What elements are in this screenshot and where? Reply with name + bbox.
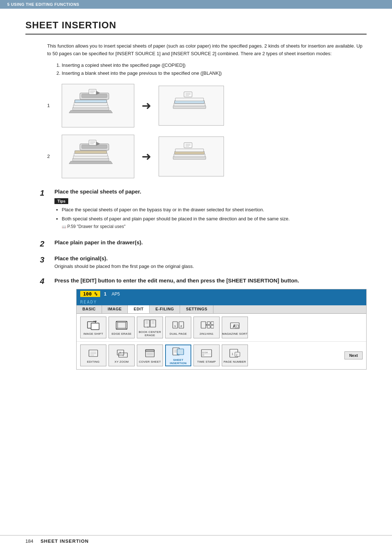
book-center-label: BOOK CENTER ERASE (137, 330, 163, 337)
diagram-1-left-svg (69, 87, 127, 124)
step-2-title: Place plain paper in the drawer(s). (54, 239, 367, 245)
svg-rect-61 (207, 322, 210, 325)
svg-rect-3 (75, 100, 107, 103)
diagram-row-1: 1 (47, 84, 367, 127)
step-2: 2 Place plain paper in the drawer(s). (40, 239, 367, 249)
time-stamp-icon: 12:34 00 (199, 348, 214, 359)
section-header-text: 5 USING THE EDITING FUNCTIONS (7, 2, 79, 7)
step-4-num: 4 (40, 277, 54, 286)
tab-basic[interactable]: BASIC (77, 305, 102, 313)
svg-rect-63 (207, 325, 210, 328)
tab-edit[interactable]: EDIT (128, 305, 150, 313)
diagram-row-2: 2 ➜ (47, 135, 367, 178)
svg-text:1: 1 (174, 325, 176, 328)
magazine-sort-label: MAGAZINE SORT (222, 332, 248, 336)
footer-page-number: 184 (25, 538, 33, 544)
sheet-insertion-button[interactable]: 2 SHEET INSERTION (165, 345, 191, 366)
tips-ref-text: P.59 "Drawer for special uses" (67, 224, 125, 229)
tips-box: Tips Place the special sheets of paper o… (54, 198, 367, 229)
step-3: 3 Place the original(s). Originals shoul… (40, 255, 367, 270)
image-shift-icon (86, 320, 101, 331)
svg-text:Y: Y (122, 354, 124, 357)
dual-page-label: DUAL PAGE (170, 332, 187, 336)
svg-text:1: 1 (232, 352, 233, 356)
diagram-1-right (159, 86, 224, 126)
step-3-desc: Originals should be placed from the firs… (54, 263, 367, 270)
step-1-num: 1 (40, 188, 54, 198)
step-1-title: Place the special sheets of paper. (54, 188, 367, 195)
magazine-sort-icon: A A (228, 320, 242, 331)
step-2-num: 2 (40, 239, 54, 249)
step-1: 1 Place the special sheets of paper. Tip… (40, 188, 367, 233)
ui-tabs[interactable]: BASIC IMAGE EDIT E-FILING SETTINGS (77, 305, 366, 314)
diagram-1-arrow: ➜ (142, 99, 151, 113)
step-2-content: Place plain paper in the drawer(s). (54, 239, 367, 245)
sheet-insertion-icon: 2 (171, 346, 185, 357)
next-button-container: Next (344, 351, 363, 359)
svg-marker-39 (95, 321, 97, 322)
sheet-insertion-label: SHEET INSERTION (166, 358, 191, 365)
svg-rect-64 (211, 325, 214, 328)
2in1-button[interactable]: 2IN1/4IN1 (193, 317, 220, 338)
svg-text:12:34: 12:34 (202, 351, 208, 354)
book-center-button[interactable]: 2 BOOK CENTER ERASE (137, 317, 163, 338)
edge-erase-label: EDGE ERASE (111, 332, 131, 336)
tab-settings[interactable]: SETTINGS (180, 305, 213, 313)
xy-zoom-button[interactable]: X Y XY ZOOM (109, 345, 135, 366)
main-content: SHEET INSERTION This function allows you… (0, 9, 392, 398)
step-3-title: Place the original(s). (54, 255, 367, 261)
image-shift-label: IMAGE SHIFT (83, 332, 103, 336)
2in1-label: 2IN1/4IN1 (200, 332, 214, 336)
tips-label: Tips (54, 198, 68, 204)
tab-efiling[interactable]: E-FILING (150, 305, 180, 313)
ui-status-num: 1 (104, 291, 106, 297)
svg-rect-62 (211, 322, 214, 325)
image-shift-button[interactable]: IMAGE SHIFT (80, 317, 106, 338)
cover-sheet-button[interactable]: COVER SHEET (137, 345, 163, 366)
diagram-2-arrow: ➜ (142, 150, 151, 163)
dual-page-button[interactable]: 1 2 DUAL PAGE (165, 317, 191, 338)
ui-ready-bar: READY (77, 298, 366, 305)
cover-sheet-label: COVER SHEET (139, 360, 161, 364)
svg-rect-79 (146, 350, 154, 351)
tips-ref: 📖 P.59 "Drawer for special uses" (62, 224, 367, 229)
tips-list: Place the special sheets of paper on the… (62, 206, 367, 223)
tips-item-2: Both special sheets of paper and plain p… (62, 215, 367, 223)
diagram-2-right (159, 137, 224, 176)
ui-status-pct: 100 % (80, 291, 100, 297)
svg-rect-37 (91, 323, 99, 330)
intro-list: Inserting a copied sheet into the specif… (62, 61, 367, 77)
svg-rect-60 (201, 322, 206, 328)
diagram-2-left (62, 135, 134, 178)
next-button[interactable]: Next (344, 351, 363, 359)
cover-sheet-icon (143, 348, 157, 359)
step-3-num: 3 (40, 255, 54, 265)
step-1-content: Place the special sheets of paper. Tips … (54, 188, 367, 233)
svg-text:2: 2 (236, 354, 237, 356)
tab-image[interactable]: IMAGE (102, 305, 128, 313)
book-center-icon: 2 (143, 318, 157, 329)
edge-erase-button[interactable]: EDGE ERASE (109, 317, 135, 338)
intro-list-item-2: Inserting a blank sheet into the page pr… (62, 69, 367, 77)
book-icon: 📖 (62, 225, 66, 229)
time-stamp-button[interactable]: 12:34 00 TIME STAMP (193, 345, 220, 366)
magazine-sort-button[interactable]: A A MAGAZINE SORT (222, 317, 248, 338)
step-4-content: Press the [EDIT] button to enter the edi… (54, 277, 367, 370)
page-number-button[interactable]: 1 2 PAGE NUMBER (222, 345, 248, 366)
edge-erase-icon (114, 320, 129, 331)
editing-button[interactable]: EDITING (80, 345, 106, 366)
diagram-2-num: 2 (47, 154, 54, 159)
ui-panel: 100 % 1 AP5 READY BASIC IMAGE EDIT E-FIL… (76, 289, 367, 370)
step-4: 4 Press the [EDIT] button to enter the e… (40, 277, 367, 370)
svg-rect-41 (118, 322, 126, 328)
svg-rect-21 (75, 151, 107, 154)
intro-list-item-1: Inserting a copied sheet into the specif… (62, 61, 367, 69)
diagram-1-right-svg (166, 87, 217, 124)
ui-status-label: AP5 (111, 292, 120, 297)
tips-item-1: Place the special sheets of paper on the… (62, 206, 367, 214)
diagram-1-left (62, 84, 134, 127)
svg-text:2: 2 (147, 326, 148, 328)
editing-icon (86, 348, 101, 359)
time-stamp-label: TIME STAMP (197, 360, 216, 364)
xy-zoom-icon: X Y (114, 348, 129, 359)
